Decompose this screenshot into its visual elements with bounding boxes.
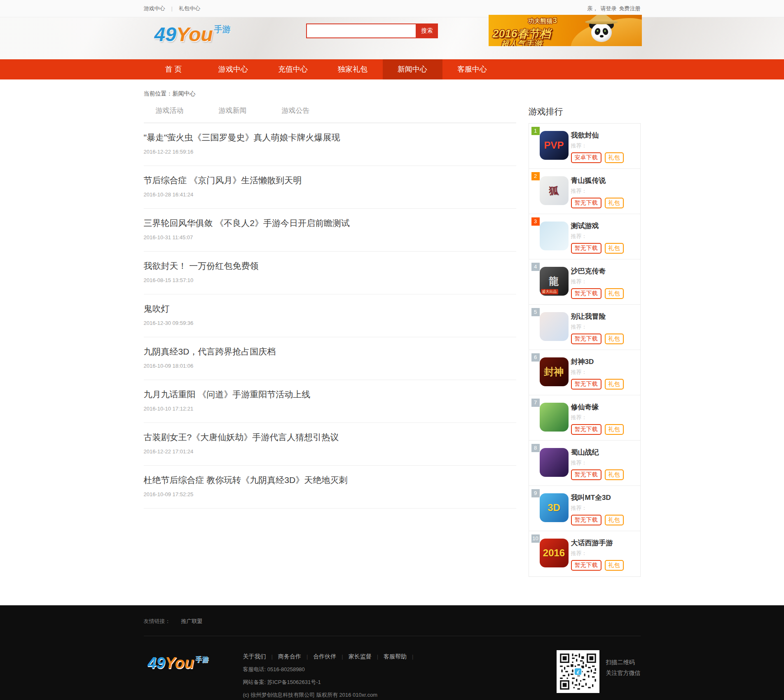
game-name[interactable]: 青山狐传说 <box>571 176 640 185</box>
game-name[interactable]: 蜀山战纪 <box>571 448 640 457</box>
news-title-link[interactable]: 鬼吹灯 <box>144 303 516 315</box>
game-icon[interactable] <box>540 312 569 341</box>
game-icon[interactable] <box>540 403 569 432</box>
sidebar-title: 游戏排行 <box>529 106 641 123</box>
rank-item: 1PVP我欲封仙推荐：安卓下载礼包 <box>529 124 640 169</box>
gift-button[interactable]: 礼包 <box>605 379 624 390</box>
topbar-link[interactable]: 游戏中心 <box>144 5 165 12</box>
game-buttons: 安卓下载礼包 <box>571 152 640 163</box>
search-button[interactable]: 搜索 <box>417 23 438 38</box>
topbar-link[interactable]: 礼包中心 <box>179 5 200 12</box>
news-title-link[interactable]: 杜绝节后综合症 教你玩转《九阴真经3D》天绝地灭刺 <box>144 474 516 486</box>
news-list: "暴走"萤火虫《三国罗曼史》真人萌娘卡牌火爆展现2016-12-22 16:59… <box>144 123 516 509</box>
promo-banner[interactable]: 功夫熊猫3 2016春节档 超人气手游 <box>489 15 642 46</box>
download-button[interactable]: 暂无下载 <box>571 198 601 208</box>
footer-logo[interactable]: 49You手游 <box>144 650 243 700</box>
site-logo[interactable]: 49You手游 <box>154 23 231 46</box>
gift-button[interactable]: 礼包 <box>605 152 624 163</box>
news-title-link[interactable]: "暴走"萤火虫《三国罗曼史》真人萌娘卡牌火爆展现 <box>144 132 516 143</box>
download-button[interactable]: 暂无下载 <box>571 334 601 344</box>
game-icon[interactable] <box>540 222 569 250</box>
main-content: 当前位置：新闻中心 游戏活动游戏新闻游戏公告 "暴走"萤火虫《三国罗曼史》真人萌… <box>0 79 784 605</box>
topbar-account: 亲，请登录免费注册 <box>587 5 641 12</box>
gift-button[interactable]: 礼包 <box>605 424 624 435</box>
separator: | <box>271 653 273 660</box>
game-name[interactable]: 大话西游手游 <box>571 538 640 548</box>
game-name[interactable]: 测试游戏 <box>571 221 640 231</box>
game-icon[interactable]: 2016 <box>540 539 569 567</box>
game-icon-glyph: 狐 <box>549 184 559 197</box>
news-date: 2016-12-30 09:59:36 <box>144 320 516 326</box>
news-title-link[interactable]: 九月九话重阳 《问道》手游重阳节活动上线 <box>144 389 516 400</box>
search-input[interactable] <box>306 23 417 38</box>
gift-button[interactable]: 礼包 <box>605 198 624 208</box>
gift-button[interactable]: 礼包 <box>605 288 624 299</box>
login-link[interactable]: 请登录 <box>601 5 617 12</box>
game-icon[interactable]: 狐 <box>540 176 569 205</box>
game-name[interactable]: 我叫MT全3D <box>571 493 640 502</box>
game-recommend-label: 推荐： <box>571 414 640 421</box>
news-date: 2016-10-09 17:52:25 <box>144 491 516 497</box>
game-icon[interactable]: 封神 <box>540 357 569 386</box>
game-buttons: 暂无下载礼包 <box>571 515 640 525</box>
download-button[interactable]: 暂无下载 <box>571 469 601 480</box>
game-icon[interactable]: 龍盛大出品 <box>540 267 569 296</box>
game-name[interactable]: 沙巴克传奇 <box>571 266 640 276</box>
news-title-link[interactable]: 古装剧女王?《大唐仙妖劫》手游代言人猜想引热议 <box>144 432 516 443</box>
nav-item-game-center[interactable]: 游戏中心 <box>204 59 263 79</box>
download-button[interactable]: 暂无下载 <box>571 515 601 525</box>
footer-nav-link[interactable]: 合作伙伴 <box>313 653 336 660</box>
download-button[interactable]: 暂无下载 <box>571 288 601 299</box>
friend-links-row: 友情链接：推广联盟 <box>144 618 641 625</box>
news-item: 古装剧女王?《大唐仙妖劫》手游代言人猜想引热议2016-12-22 17:01:… <box>144 423 516 466</box>
news-title-link[interactable]: 三界轮回风华俱敛 《不良人2》手游今日开启前瞻测试 <box>144 217 516 229</box>
nav-item-news-center[interactable]: 新闻中心 <box>383 59 442 79</box>
separator: | <box>412 653 413 660</box>
gift-button[interactable]: 礼包 <box>605 469 624 480</box>
news-date: 2016-10-10 17:12:21 <box>144 406 516 412</box>
game-icon[interactable]: 3D <box>540 493 569 522</box>
nav-item-recharge-center[interactable]: 充值中心 <box>263 59 323 79</box>
news-title-link[interactable]: 九阴真经3D，代言跨界抢占国庆档 <box>144 346 516 357</box>
separator: | <box>307 653 308 660</box>
footer-nav-link[interactable]: 客服帮助 <box>384 653 407 660</box>
tab-game-news[interactable]: 游戏新闻 <box>219 106 282 123</box>
game-info: 青山狐传说推荐：暂无下载礼包 <box>571 169 640 208</box>
icp-number: 苏ICP备15062631号-1 <box>267 679 321 685</box>
download-button[interactable]: 暂无下载 <box>571 379 601 390</box>
game-name[interactable]: 修仙奇缘 <box>571 402 640 412</box>
tab-game-activities[interactable]: 游戏活动 <box>156 106 219 123</box>
game-name[interactable]: 我欲封仙 <box>571 131 640 140</box>
game-info: 封神3D推荐：暂无下载礼包 <box>571 350 640 390</box>
game-buttons: 暂无下载礼包 <box>571 560 640 571</box>
gift-button[interactable]: 礼包 <box>605 334 624 344</box>
gift-button[interactable]: 礼包 <box>605 560 624 571</box>
game-name[interactable]: 别让我冒险 <box>571 312 640 321</box>
download-button[interactable]: 暂无下载 <box>571 243 601 254</box>
nav-item-service-center[interactable]: 客服中心 <box>442 59 502 79</box>
game-name[interactable]: 封神3D <box>571 357 640 366</box>
game-ranking-sidebar: 游戏排行 1PVP我欲封仙推荐：安卓下载礼包2狐青山狐传说推荐：暂无下载礼包3测… <box>529 106 641 577</box>
footer-nav-link[interactable]: 家长监督 <box>349 653 372 660</box>
download-button[interactable]: 暂无下载 <box>571 560 601 571</box>
news-title-link[interactable]: 我欲封天！ 一万份红包免费领 <box>144 260 516 272</box>
tab-game-notices[interactable]: 游戏公告 <box>282 106 345 123</box>
download-button[interactable]: 暂无下载 <box>571 424 601 435</box>
rank-item: 2狐青山狐传说推荐：暂无下载礼包 <box>529 169 640 214</box>
footer-nav: 关于我们|商务合作|合作伙伴|家长监督|客服帮助| <box>243 650 419 663</box>
footer-nav-link[interactable]: 商务合作 <box>278 653 301 660</box>
promo-alliance-link[interactable]: 推广联盟 <box>181 618 203 624</box>
nav-item-home[interactable]: 首 页 <box>144 59 204 79</box>
register-link[interactable]: 免费注册 <box>619 5 641 12</box>
download-button[interactable]: 安卓下载 <box>571 152 601 163</box>
news-date: 2016-10-31 11:45:07 <box>144 234 516 240</box>
game-icon[interactable] <box>540 448 569 477</box>
news-title-link[interactable]: 节后综合症 《京门风月》生活懒散到天明 <box>144 175 516 186</box>
gift-button[interactable]: 礼包 <box>605 243 624 254</box>
gift-button[interactable]: 礼包 <box>605 515 624 525</box>
game-buttons: 暂无下载礼包 <box>571 198 640 208</box>
footer-nav-link[interactable]: 关于我们 <box>243 653 266 660</box>
nav-item-exclusive-gifts[interactable]: 独家礼包 <box>323 59 383 79</box>
game-icon[interactable]: PVP <box>540 131 569 160</box>
game-recommend-label: 推荐： <box>571 550 640 557</box>
